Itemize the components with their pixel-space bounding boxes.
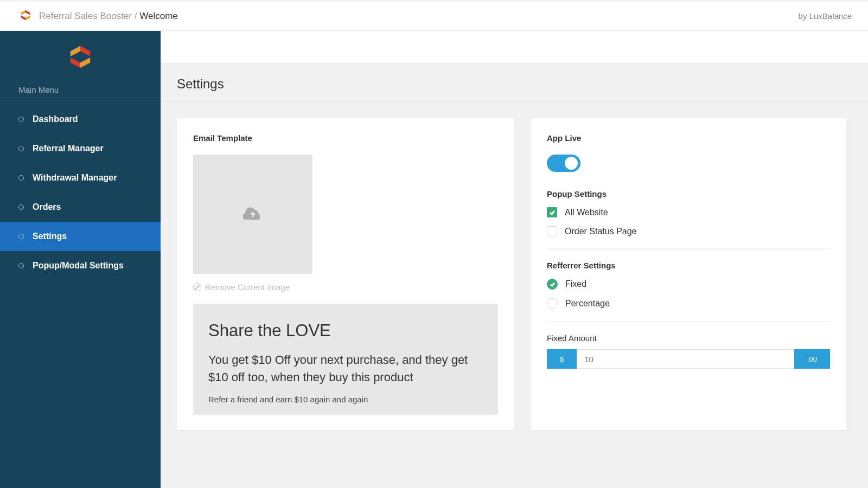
cloud-upload-icon	[243, 205, 263, 223]
email-template-label: Email Template	[193, 133, 498, 143]
sidebar-item-referral-manager[interactable]: Referral Manager	[0, 134, 161, 163]
breadcrumb-app[interactable]: Referral Sales Booster	[39, 11, 132, 21]
sidebar-item-label: Referral Manager	[33, 144, 104, 153]
remove-image-label: Remove Current Image	[205, 282, 290, 292]
preview-body: You get $10 Off your next purchase, and …	[208, 351, 483, 386]
settings-card: App Live Popup Settings All Website Orde	[531, 118, 846, 430]
radio-checked-icon	[547, 279, 558, 290]
fixed-amount-input[interactable]	[577, 349, 794, 369]
currency-prefix: $	[547, 349, 577, 369]
sidebar-item-settings[interactable]: Settings	[0, 222, 161, 251]
fixed-amount-input-group: $ .00	[547, 349, 830, 369]
divider	[547, 321, 830, 322]
divider	[547, 248, 830, 249]
sidebar: Main Menu Dashboard Referral Manager Wit…	[0, 31, 161, 488]
radio-label: Percentage	[565, 299, 610, 309]
content-header-strip	[161, 31, 868, 63]
sidebar-item-label: Popup/Modal Settings	[33, 261, 124, 271]
bullet-icon	[18, 263, 24, 268]
fixed-amount-label: Fixed Amount	[547, 333, 830, 343]
app-live-label: App Live	[547, 133, 830, 143]
email-preview: Share the LOVE You get $10 Off your next…	[193, 304, 498, 415]
popup-option-order-status[interactable]: Order Status Page	[547, 226, 830, 236]
vendor-label: by LuxBalance	[799, 11, 852, 21]
sidebar-logo-icon	[0, 44, 161, 70]
bullet-icon	[18, 175, 24, 181]
referrer-option-fixed[interactable]: Fixed	[547, 279, 830, 290]
toggle-knob	[565, 157, 578, 170]
referrer-option-percentage[interactable]: Percentage	[547, 298, 830, 309]
app-live-toggle[interactable]	[547, 155, 580, 172]
checkbox-checked-icon	[547, 207, 557, 217]
radio-icon	[547, 298, 558, 309]
image-upload-box[interactable]	[193, 155, 312, 274]
sidebar-item-withdrawal-manager[interactable]: Withdrawal Manager	[0, 163, 161, 192]
checkbox-label: Order Status Page	[565, 227, 637, 236]
bullet-icon	[18, 146, 24, 151]
checkbox-icon	[547, 226, 557, 236]
popup-option-all-website[interactable]: All Website	[547, 207, 830, 217]
sidebar-item-label: Settings	[33, 232, 67, 241]
referrer-settings-heading: Refferrer Settings	[547, 261, 830, 270]
page-header: Settings	[161, 63, 868, 102]
bullet-icon	[18, 117, 24, 122]
sidebar-item-label: Dashboard	[33, 114, 78, 124]
breadcrumb: Referral Sales Booster / Welcome	[39, 11, 178, 22]
ban-icon	[193, 283, 201, 291]
sidebar-item-dashboard[interactable]: Dashboard	[0, 105, 161, 134]
sidebar-item-orders[interactable]: Orders	[0, 192, 161, 222]
bullet-icon	[18, 234, 24, 239]
bullet-icon	[18, 204, 24, 210]
app-logo-icon	[20, 9, 31, 23]
checkbox-label: All Website	[565, 208, 608, 217]
breadcrumb-current: Welcome	[139, 11, 178, 21]
topbar: Referral Sales Booster / Welcome by LuxB…	[0, 0, 868, 31]
preview-title: Share the LOVE	[208, 321, 483, 341]
sidebar-item-label: Withdrawal Manager	[33, 173, 117, 183]
sidebar-section-label: Main Menu	[0, 85, 161, 100]
sidebar-item-popup-modal-settings[interactable]: Popup/Modal Settings	[0, 251, 161, 280]
email-template-card: Email Template Remove Current Image Shar…	[177, 118, 514, 430]
sidebar-item-label: Orders	[33, 202, 61, 212]
page-title: Settings	[177, 76, 852, 92]
popup-settings-heading: Popup Settings	[547, 189, 830, 198]
radio-label: Fixed	[565, 279, 586, 289]
remove-image-link[interactable]: Remove Current Image	[193, 282, 498, 292]
amount-suffix: .00	[794, 349, 830, 369]
preview-subtext: Refer a friend and earn $10 again and ag…	[208, 395, 483, 404]
